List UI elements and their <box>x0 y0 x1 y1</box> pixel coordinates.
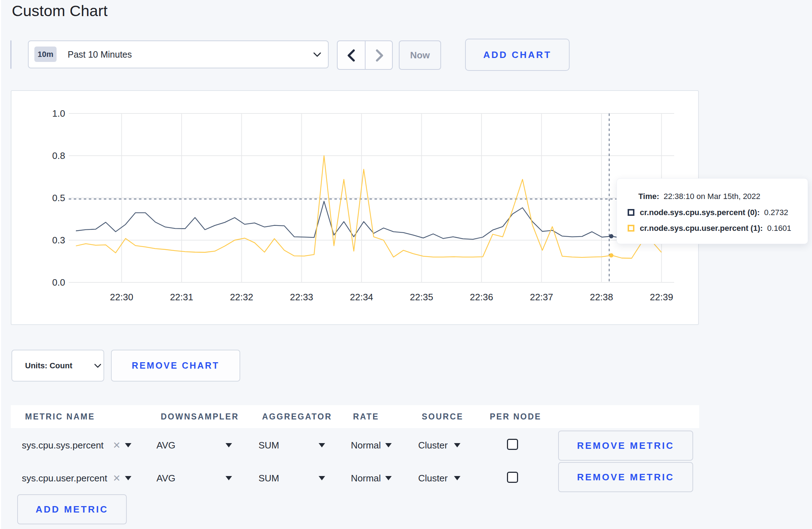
svg-text:22:36: 22:36 <box>470 292 493 302</box>
svg-text:1.0: 1.0 <box>52 108 65 119</box>
svg-text:22:31: 22:31 <box>170 292 193 302</box>
svg-text:22:37: 22:37 <box>530 292 553 302</box>
svg-text:0.0: 0.0 <box>52 277 65 288</box>
svg-text:0.3: 0.3 <box>52 235 65 246</box>
svg-text:22:34: 22:34 <box>350 292 373 302</box>
svg-text:22:30: 22:30 <box>110 292 133 302</box>
svg-text:22:38: 22:38 <box>590 292 613 302</box>
svg-text:0.8: 0.8 <box>52 150 65 161</box>
svg-text:22:39: 22:39 <box>650 292 673 302</box>
svg-text:22:33: 22:33 <box>290 292 313 302</box>
svg-text:22:35: 22:35 <box>410 292 433 302</box>
svg-text:22:32: 22:32 <box>230 292 253 302</box>
svg-text:0.5: 0.5 <box>52 193 65 203</box>
